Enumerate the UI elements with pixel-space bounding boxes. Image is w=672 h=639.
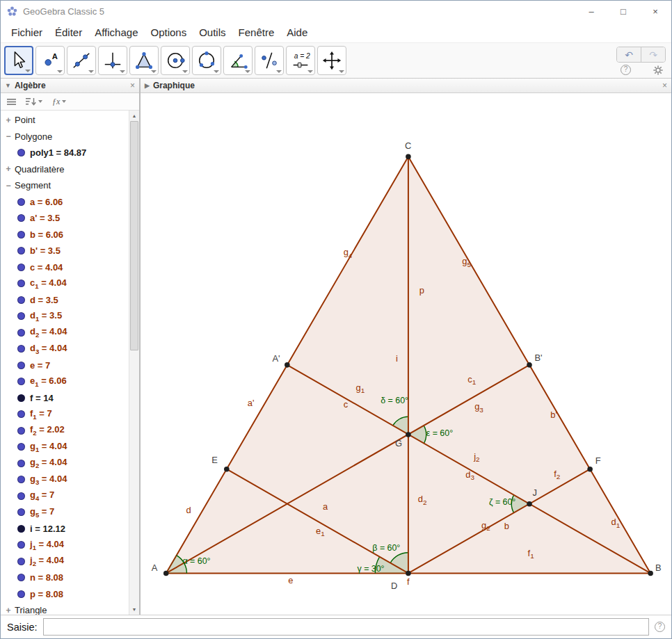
tool-dropdown-icon[interactable] [339,70,344,73]
minimize-button[interactable]: – [575,1,607,22]
visibility-marble-icon[interactable] [17,410,25,418]
algebra-object-d[interactable]: d = 3.5 [1,292,139,309]
visibility-marble-icon[interactable] [17,492,25,500]
algebra-object-b[interactable]: b = 6.06 [1,227,139,243]
menu-aide[interactable]: Aide [280,23,314,42]
algebra-object-c[interactable]: c = 4.04 [1,259,139,276]
algebra-object-j1[interactable]: j1 = 4.04 [1,537,139,553]
fx-filter-icon[interactable]: ƒx [52,97,66,107]
algebra-object-f2[interactable]: f2 = 2.02 [1,423,139,439]
algebra-category-point[interactable]: +Point [1,112,139,129]
point-tool-button[interactable]: A [35,46,65,75]
tool-dropdown-icon[interactable] [307,70,313,73]
circle-tool-button[interactable] [161,46,190,75]
menu-éditer[interactable]: Éditer [49,23,88,42]
visibility-marble-icon[interactable] [17,149,25,156]
scroll-down-icon[interactable]: ▼ [129,604,139,615]
algebra-object-c1[interactable]: c1 = 4.04 [1,275,139,292]
collapse-icon[interactable]: − [4,181,13,191]
tool-dropdown-icon[interactable] [182,70,188,73]
algebra-object-n[interactable]: n = 8.08 [1,569,139,586]
algebra-object-f[interactable]: f = 14 [1,390,139,407]
undo-button[interactable]: ↶ [617,47,641,62]
algebra-object-g5[interactable]: g5 = 7 [1,504,139,521]
sort-objects-icon[interactable] [26,97,42,106]
algebra-object-a'[interactable]: a' = 3.5 [1,210,139,227]
tool-dropdown-icon[interactable] [120,70,125,73]
command-input[interactable] [43,618,649,636]
point-B[interactable] [648,571,653,576]
visibility-marble-icon[interactable] [17,590,25,598]
point-F[interactable] [587,467,593,472]
algebra-object-g3[interactable]: g3 = 4.04 [1,471,139,488]
point-A'[interactable] [285,362,290,368]
point-B'[interactable] [527,362,532,368]
algebra-category-triangle[interactable]: +Triangle [1,602,139,615]
point-G[interactable] [406,432,411,437]
menu-fichier[interactable]: Fichier [5,23,49,42]
point-D[interactable] [406,571,411,576]
graphics-close-icon[interactable]: × [662,81,667,90]
tree-options-icon[interactable] [7,98,16,106]
visibility-marble-icon[interactable] [17,264,25,271]
help-icon[interactable]: ? [621,65,631,75]
expand-icon[interactable]: + [4,164,13,174]
algebra-category-segment[interactable]: −Segment [1,177,139,194]
algebra-close-icon[interactable]: × [130,81,135,90]
visibility-marble-icon[interactable] [17,394,25,402]
visibility-marble-icon[interactable] [17,574,25,581]
algebra-object-d1[interactable]: d1 = 3.5 [1,308,139,325]
polygon-tool-button[interactable] [129,46,159,75]
point-A[interactable] [163,571,169,576]
algebra-object-d3[interactable]: d3 = 4.04 [1,341,139,357]
scroll-up-icon[interactable]: ▲ [129,111,139,121]
visibility-marble-icon[interactable] [17,329,25,337]
move-view-tool-button[interactable] [317,46,346,75]
algebra-scrollbar[interactable]: ▲ ▼ [129,111,139,615]
collapse-icon[interactable]: − [4,131,13,141]
algebra-object-e[interactable]: e = 7 [1,357,139,374]
move-tool-button[interactable] [4,46,33,75]
algebra-object-a[interactable]: a = 6.06 [1,194,139,211]
visibility-marble-icon[interactable] [17,231,25,238]
settings-gear-icon[interactable] [653,65,663,75]
algebra-object-e1[interactable]: e1 = 6.06 [1,373,139,390]
visibility-marble-icon[interactable] [17,198,25,206]
angle-tool-button[interactable] [223,46,253,75]
algebra-object-f1[interactable]: f1 = 7 [1,406,139,423]
panel-toggle-icon[interactable]: ▶ [145,82,150,89]
menu-outils[interactable]: Outils [193,23,232,42]
visibility-marble-icon[interactable] [17,280,25,287]
scrollbar-thumb[interactable] [130,121,138,350]
menu-options[interactable]: Options [144,23,193,42]
tool-dropdown-icon[interactable] [25,70,31,72]
visibility-marble-icon[interactable] [17,541,25,549]
tool-dropdown-icon[interactable] [276,70,282,73]
point-J[interactable] [527,501,532,507]
tool-dropdown-icon[interactable] [88,70,94,73]
algebra-object-g4[interactable]: g4 = 7 [1,488,139,505]
conic-tool-button[interactable] [192,46,221,75]
slider-tool-button[interactable]: a = 2 [286,46,315,75]
graphics-canvas[interactable]: g4g5pic1g1cg3b'a'j2d3f2dad2e1g2bd1f1efα … [141,93,671,615]
algebra-category-quadrilatère[interactable]: +Quadrilatère [1,161,139,178]
expand-icon[interactable]: + [4,115,13,125]
menu-affichage[interactable]: Affichage [88,23,144,42]
tool-dropdown-icon[interactable] [151,70,157,73]
point-E[interactable] [224,467,230,472]
algebra-object-poly1[interactable]: poly1 = 84.87 [1,145,139,161]
visibility-marble-icon[interactable] [17,345,25,353]
visibility-marble-icon[interactable] [17,525,25,533]
visibility-marble-icon[interactable] [17,460,25,467]
visibility-marble-icon[interactable] [17,443,25,451]
algebra-object-g1[interactable]: g1 = 4.04 [1,439,139,455]
tool-dropdown-icon[interactable] [214,70,219,73]
visibility-marble-icon[interactable] [17,427,25,435]
input-help-icon[interactable]: ? [655,622,665,632]
algebra-object-p[interactable]: p = 8.08 [1,586,139,603]
algebra-object-d2[interactable]: d2 = 4.04 [1,325,139,341]
maximize-button[interactable]: □ [607,1,639,22]
visibility-marble-icon[interactable] [17,476,25,483]
algebra-object-i[interactable]: i = 12.12 [1,521,139,537]
visibility-marble-icon[interactable] [17,378,25,385]
